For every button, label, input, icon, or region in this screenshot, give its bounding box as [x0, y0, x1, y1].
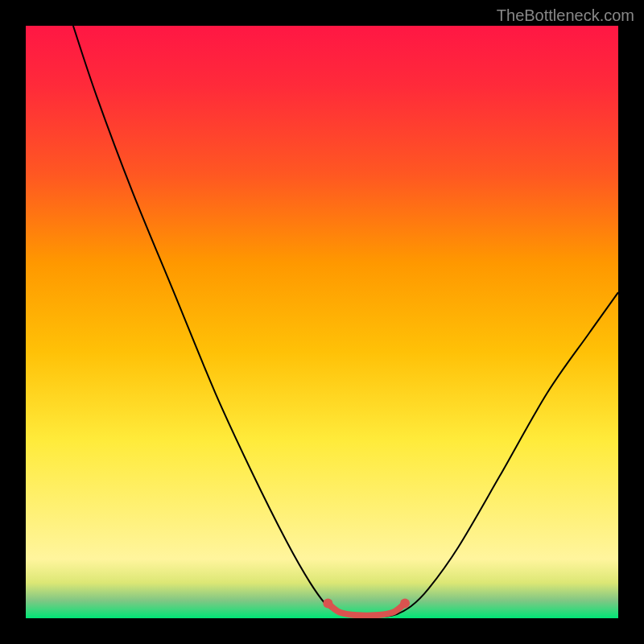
watermark-text: TheBottleneck.com [497, 6, 634, 25]
highlight-dot-right [400, 599, 410, 609]
bottleneck-curve-path [73, 26, 618, 617]
chart-area [26, 26, 618, 618]
bottom-highlight-path [328, 604, 405, 616]
highlight-dot-left [323, 599, 332, 609]
curve-overlay [26, 26, 618, 618]
